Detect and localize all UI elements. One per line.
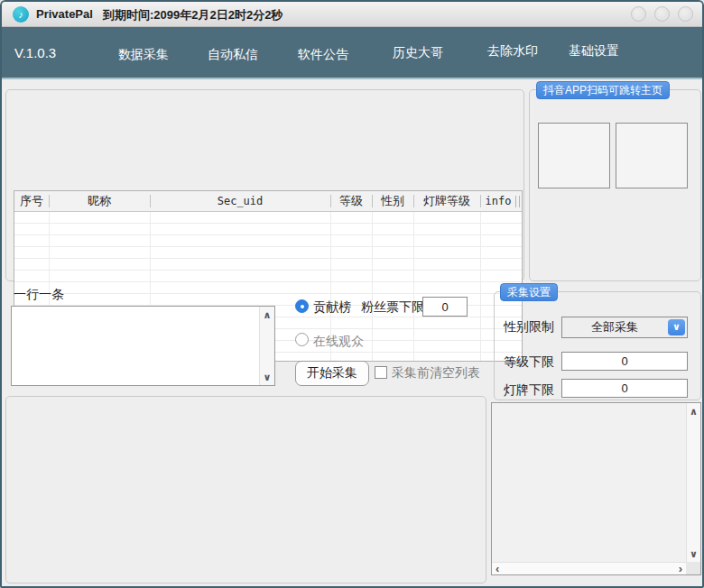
room-links-textarea[interactable] (12, 307, 259, 385)
textarea-scrollbar[interactable]: ∧ ∨ (259, 307, 274, 385)
nav-history[interactable]: 历史大哥 (393, 45, 443, 61)
maximize-button[interactable] (654, 6, 670, 22)
room-table-group: 序号 直播间连接 状态 (5, 396, 486, 583)
lamp-min-input[interactable] (561, 379, 688, 398)
col-sec-uid: Sec_uid (150, 191, 330, 211)
gender-limit-label: 性别限制 (504, 319, 554, 335)
gender-select[interactable]: 全部采集 ∨ (561, 317, 688, 338)
column-line (413, 212, 414, 361)
nav-auto-message[interactable]: 自动私信 (208, 47, 258, 63)
col-lamp-level: 灯牌等级 (413, 191, 480, 211)
online-viewers-radio[interactable] (295, 333, 309, 346)
clear-before-collect-checkbox[interactable] (375, 366, 387, 379)
user-table-group: 序号 昵称 Sec_uid 等级 性别 灯牌等级 info (5, 89, 524, 281)
nav-watermark-remove[interactable]: 去除水印 (487, 43, 538, 60)
user-table-header: 序号 昵称 Sec_uid 等级 性别 灯牌等级 info (14, 191, 522, 212)
contribution-radio-label[interactable]: 贡献榜 (313, 299, 351, 316)
room-links-textarea-wrap: ∧ ∨ (11, 306, 275, 386)
chevron-down-icon[interactable]: ∨ (668, 319, 685, 335)
minimize-button[interactable] (631, 6, 646, 22)
column-line (372, 212, 373, 361)
col-info: info (480, 191, 516, 211)
navbar: V.1.0.3 数据采集 自动私信 软件公告 历史大哥 去除水印 基础设置 (2, 27, 702, 79)
start-collect-button[interactable]: 开始采集 (295, 361, 369, 386)
col-level: 等级 (330, 191, 372, 211)
level-min-input[interactable] (561, 352, 688, 371)
qr-code-placeholder-2 (616, 123, 688, 188)
online-viewers-radio-label[interactable]: 在线观众 (313, 334, 364, 350)
level-min-label: 等级下限 (504, 354, 554, 371)
app-logo-icon: ♪ (13, 6, 29, 23)
gender-select-value: 全部采集 (562, 317, 667, 337)
scrollbar-corner (686, 562, 700, 574)
col-nickname: 昵称 (49, 191, 150, 211)
qr-code-placeholder-1 (538, 123, 610, 188)
nav-basic-settings[interactable]: 基础设置 (569, 43, 619, 60)
expiry-time-label: 到期时间:2099年2月2日2时2分2秒 (103, 7, 283, 23)
window-controls (631, 6, 693, 22)
column-line (480, 212, 481, 361)
scroll-up-icon[interactable]: ∧ (260, 308, 274, 321)
scroll-left-icon[interactable]: ‹ (496, 563, 499, 574)
one-per-line-label: 一行一条 (14, 287, 64, 303)
collect-settings-title-badge: 采集设置 (500, 283, 558, 301)
lamp-min-label: 灯牌下限 (504, 382, 554, 399)
version-label: V.1.0.3 (14, 45, 56, 60)
log-panel: ∧ ∨ ‹ › (491, 402, 701, 575)
more-columns-indicator (515, 196, 520, 207)
fan-ticket-min-input[interactable] (422, 297, 468, 317)
titlebar: ♪ PrivatePal 到期时间:2099年2月2日2时2分2秒 (2, 2, 702, 27)
app-title: PrivatePal (36, 7, 93, 21)
scroll-up-icon[interactable]: ∧ (687, 405, 700, 418)
log-vertical-scrollbar[interactable]: ∧ ∨ (686, 403, 700, 562)
log-horizontal-scrollbar[interactable]: ‹ › (492, 562, 686, 574)
scroll-right-icon[interactable]: › (679, 563, 682, 574)
scroll-down-icon[interactable]: ∨ (687, 547, 700, 560)
app-window: ♪ PrivatePal 到期时间:2099年2月2日2时2分2秒 V.1.0.… (0, 0, 704, 588)
clear-before-collect-label[interactable]: 采集前清空列表 (392, 365, 480, 381)
music-note-icon: ♪ (18, 9, 23, 20)
close-button[interactable] (678, 6, 693, 22)
qr-panel-title-badge: 抖音APP扫码可跳转主页 (536, 81, 670, 99)
col-index: 序号 (14, 191, 49, 211)
collect-settings-group: 采集设置 性别限制 全部采集 ∨ 等级下限 灯牌下限 (494, 291, 701, 400)
qr-panel: 抖音APP扫码可跳转主页 (529, 89, 701, 281)
fan-ticket-min-label: 粉丝票下限 (361, 299, 424, 316)
nav-data-collect[interactable]: 数据采集 (118, 47, 169, 63)
nav-announcement[interactable]: 软件公告 (298, 47, 348, 63)
col-gender: 性别 (372, 191, 413, 211)
contribution-radio[interactable] (295, 299, 309, 313)
scroll-down-icon[interactable]: ∨ (260, 371, 274, 383)
